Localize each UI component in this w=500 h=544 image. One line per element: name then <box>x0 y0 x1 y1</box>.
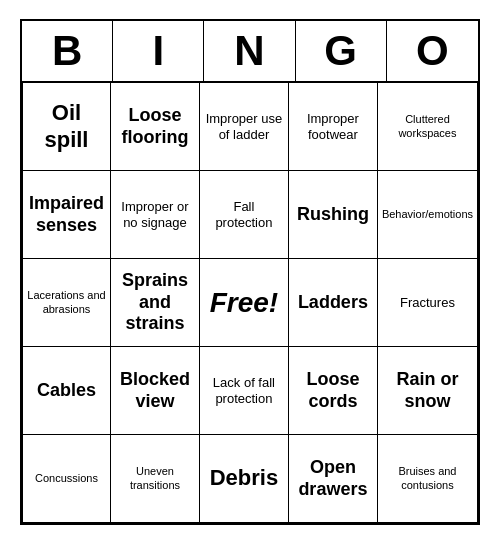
bingo-cell: Debris <box>200 435 289 523</box>
bingo-letter: B <box>22 21 113 81</box>
bingo-letter: I <box>113 21 204 81</box>
bingo-cell: Fractures <box>378 259 478 347</box>
bingo-cell: Fall protection <box>200 171 289 259</box>
bingo-cell: Loose cords <box>289 347 378 435</box>
bingo-cell: Rushing <box>289 171 378 259</box>
bingo-cell: Lack of fall protection <box>200 347 289 435</box>
bingo-cell: Bruises and contusions <box>378 435 478 523</box>
bingo-cell: Sprains and strains <box>111 259 200 347</box>
bingo-letter: N <box>204 21 295 81</box>
bingo-cell: Behavior/emotions <box>378 171 478 259</box>
bingo-cell: Blocked view <box>111 347 200 435</box>
bingo-card: BINGO Oil spillLoose flooringImproper us… <box>20 19 480 525</box>
bingo-cell: Open drawers <box>289 435 378 523</box>
bingo-cell: Improper use of ladder <box>200 83 289 171</box>
bingo-cell: Concussions <box>22 435 111 523</box>
bingo-cell: Cables <box>22 347 111 435</box>
bingo-cell: Ladders <box>289 259 378 347</box>
bingo-cell: Rain or snow <box>378 347 478 435</box>
bingo-header: BINGO <box>22 21 478 83</box>
bingo-cell: Loose flooring <box>111 83 200 171</box>
bingo-grid: Oil spillLoose flooringImproper use of l… <box>22 83 478 523</box>
bingo-cell: Free! <box>200 259 289 347</box>
bingo-letter: O <box>387 21 478 81</box>
bingo-cell: Uneven transitions <box>111 435 200 523</box>
bingo-cell: Improper footwear <box>289 83 378 171</box>
bingo-cell: Cluttered workspaces <box>378 83 478 171</box>
bingo-letter: G <box>296 21 387 81</box>
bingo-cell: Improper or no signage <box>111 171 200 259</box>
bingo-cell: Impaired senses <box>22 171 111 259</box>
bingo-cell: Lacerations and abrasions <box>22 259 111 347</box>
bingo-cell: Oil spill <box>22 83 111 171</box>
